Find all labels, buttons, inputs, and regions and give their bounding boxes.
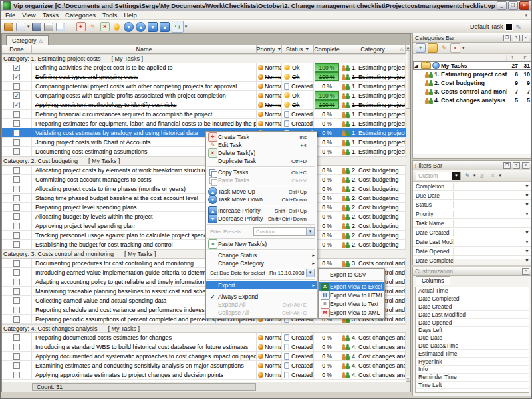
task-row[interactable]: Stating time phased budget baseline at t… bbox=[2, 194, 406, 203]
task-checkbox[interactable] bbox=[13, 120, 20, 127]
filters-toolbar-dropdown[interactable]: ▾ bbox=[499, 173, 502, 178]
task-checkbox[interactable]: ✓ bbox=[13, 102, 20, 108]
task-row[interactable]: Applying documented and systematic appro… bbox=[2, 352, 406, 361]
categories-close-icon[interactable]: × bbox=[522, 35, 529, 41]
task-checkbox[interactable] bbox=[13, 288, 20, 295]
toolbar-overflow-arrow[interactable]: ▾ bbox=[525, 13, 530, 18]
save-filter-dropdown[interactable]: ▾ bbox=[473, 173, 476, 178]
menubar-item-file[interactable]: File bbox=[2, 11, 19, 19]
menu-item-export[interactable]: Export▸ bbox=[206, 281, 317, 289]
scroll-up-arrow[interactable]: ▲ bbox=[406, 45, 410, 51]
default-task-color-swatch[interactable] bbox=[505, 23, 513, 31]
task-checkbox[interactable] bbox=[13, 148, 20, 155]
filters-close-icon[interactable]: × bbox=[522, 162, 529, 169]
grouping-tab-category[interactable]: Category △ bbox=[6, 35, 49, 45]
task-row[interactable]: Joining project costs with Chart of Acco… bbox=[2, 138, 406, 147]
task-row[interactable]: ✓Comparing costs with tangible profits a… bbox=[2, 91, 406, 100]
filter-row-task-name[interactable]: Task Name bbox=[413, 219, 531, 228]
task-row[interactable]: ✓Applying consistent methodology to iden… bbox=[2, 100, 406, 110]
task-checkbox[interactable] bbox=[13, 307, 20, 313]
filter-row-date-created[interactable]: Date Created▼ bbox=[413, 228, 531, 237]
task-checkbox[interactable] bbox=[13, 241, 20, 248]
menu-item-decrease-priority[interactable]: ▼Decrease PriorityShift+Ctrl+Down bbox=[206, 215, 317, 223]
column-header-category[interactable]: Category△ bbox=[340, 45, 406, 54]
filter-row-status[interactable]: Status▼ bbox=[413, 200, 531, 209]
task-checkbox[interactable] bbox=[13, 195, 20, 201]
new-subcategory-button[interactable] bbox=[428, 43, 438, 53]
print-preview-button[interactable] bbox=[55, 21, 66, 32]
new-category-button[interactable]: + bbox=[416, 43, 426, 53]
delete-filter-button[interactable]: × bbox=[489, 172, 497, 180]
task-row[interactable]: Documenting cost estimating assumptionsN… bbox=[2, 147, 406, 156]
menu-item-set-due-date-for-selected-tasks[interactable]: Set Due Date for selected tasksПн 13.10.… bbox=[206, 267, 317, 278]
task-row[interactable]: Comparing potential project costs with o… bbox=[2, 82, 406, 91]
task-checkbox[interactable] bbox=[13, 232, 20, 239]
task-row[interactable]: Introducing a standard WBS to build hist… bbox=[2, 342, 406, 352]
task-row[interactable]: Allocating budget by levels within the p… bbox=[2, 212, 406, 221]
filter-row-date-last-modified[interactable]: Date Last Modified▼ bbox=[413, 237, 531, 247]
task-checkbox[interactable] bbox=[13, 334, 20, 341]
column-option[interactable]: Time Left bbox=[416, 382, 529, 390]
priority-filter-arrow-icon[interactable]: ▼ bbox=[277, 47, 282, 51]
tree-item-category[interactable]: 3. Costs control and monitoring77 bbox=[413, 87, 531, 96]
filter-dropdown-icon[interactable]: ▼ bbox=[525, 211, 531, 216]
grid-vertical-scrollbar[interactable]: ▲ ▼ bbox=[406, 45, 410, 382]
task-row[interactable]: Examining estimates and conducting sensi… bbox=[2, 361, 406, 370]
decrease-priority-button[interactable]: ▼ bbox=[148, 21, 158, 32]
task-row[interactable]: Preparing estimates for equipment, labor… bbox=[2, 119, 406, 128]
task-row[interactable]: Establishing the budget for cost trackin… bbox=[2, 240, 406, 249]
complete-task-button[interactable] bbox=[112, 21, 122, 32]
column-header-priority[interactable]: Priority▼ bbox=[257, 45, 282, 54]
menu-item-export-view-to-text[interactable]: ≡Export View to Text bbox=[319, 299, 384, 308]
column-option[interactable]: Actual Time bbox=[416, 287, 529, 295]
filter-row-priority[interactable]: Priority▼ bbox=[413, 209, 531, 219]
column-option[interactable]: Reminder Time bbox=[416, 374, 529, 382]
task-checkbox[interactable] bbox=[13, 372, 20, 378]
task-checkbox[interactable]: ✓ bbox=[13, 92, 20, 99]
task-checkbox[interactable] bbox=[13, 362, 20, 369]
task-row[interactable]: Allocating project costs to time phases … bbox=[2, 184, 406, 194]
tree-item-category[interactable]: 1. Estimating project costs610 bbox=[413, 70, 531, 78]
task-checkbox[interactable] bbox=[13, 83, 20, 90]
tree-item-category[interactable]: 4. Cost changes analysis55 bbox=[413, 96, 531, 104]
category-group-row[interactable]: Category: 1. Estimating project costs[ M… bbox=[2, 54, 406, 63]
task-checkbox[interactable]: ✓ bbox=[13, 65, 20, 71]
menu-item-export-view-to-html[interactable]: HExport View to HTML bbox=[319, 291, 384, 299]
column-option[interactable]: Due Date&Time bbox=[416, 342, 529, 350]
filter-dropdown-icon[interactable]: ▼ bbox=[525, 193, 531, 198]
task-checkbox[interactable] bbox=[13, 297, 20, 304]
task-row[interactable]: ✓Defining cost types and grouping costsN… bbox=[2, 72, 406, 82]
hide-completed-button[interactable]: ↪ bbox=[172, 21, 184, 33]
column-header-complete[interactable]: Complete bbox=[314, 45, 340, 54]
create-task-button[interactable]: + bbox=[76, 21, 86, 32]
categories-toolbar-dropdown[interactable]: ▾ bbox=[462, 45, 465, 51]
filter-dropdown-icon[interactable]: ▼ bbox=[525, 230, 531, 235]
column-option[interactable]: Date Created bbox=[416, 303, 529, 311]
task-checkbox[interactable] bbox=[13, 167, 20, 174]
column-option[interactable]: Info bbox=[416, 366, 529, 374]
task-checkbox[interactable] bbox=[13, 260, 20, 267]
task-row[interactable]: Validating cost estimates by analogy and… bbox=[2, 128, 406, 138]
column-option[interactable]: Date Completed bbox=[416, 295, 529, 303]
menubar-item-view[interactable]: View bbox=[19, 11, 39, 19]
filter-preset-dropdown[interactable]: ▼ bbox=[452, 172, 460, 180]
column-option[interactable]: Days Left bbox=[416, 327, 529, 334]
menu-item-task-move-up[interactable]: ▲Task Move UpCtrl+Up bbox=[206, 188, 317, 196]
task-checkbox[interactable] bbox=[13, 139, 20, 146]
tree-item-category[interactable]: 2. Cost budgeting99 bbox=[413, 78, 531, 87]
task-move-down-button[interactable]: ▼ bbox=[124, 21, 134, 32]
delete-task-button[interactable]: × bbox=[100, 21, 110, 32]
menu-item-set-due-date-for-selected-tasks-combo[interactable]: Пн 13.10.2008▼ bbox=[267, 269, 315, 277]
task-row[interactable]: Applying approximate estimates to projec… bbox=[2, 370, 406, 380]
task-checkbox[interactable] bbox=[13, 353, 20, 360]
scroll-thumb[interactable] bbox=[406, 51, 410, 109]
filter-row-date-opened[interactable]: Date Opened▼ bbox=[413, 247, 531, 256]
menu-item-task-move-down[interactable]: ▼Task Move DownCtrl+Down bbox=[206, 196, 317, 203]
open-database-button[interactable] bbox=[15, 21, 26, 32]
column-option[interactable]: Date Last Modified bbox=[416, 311, 529, 319]
task-row[interactable]: Documenting procedures for cost controll… bbox=[2, 259, 406, 268]
task-checkbox[interactable] bbox=[13, 204, 20, 211]
filters-pin-icon[interactable]: ¶ bbox=[513, 162, 520, 169]
column-option[interactable]: Date Opened bbox=[416, 319, 529, 327]
filters-restore-icon[interactable]: ❐ bbox=[503, 162, 511, 169]
